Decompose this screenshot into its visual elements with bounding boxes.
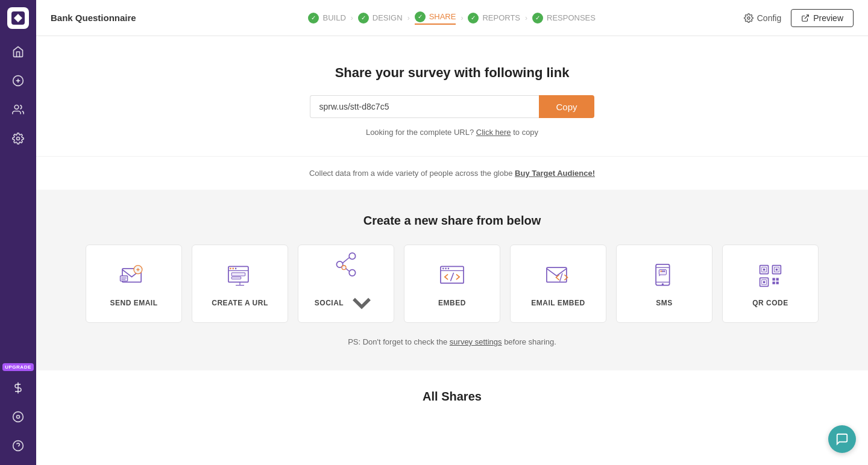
share-card-social[interactable]: SOCIAL [298, 245, 394, 323]
sidebar: UPGRADE [0, 0, 36, 465]
chat-icon [835, 432, 849, 446]
sms-icon [649, 260, 680, 292]
svg-point-11 [747, 17, 750, 19]
svg-point-48 [662, 283, 664, 285]
email-embed-label: EMAIL EMBED [531, 299, 585, 307]
svg-point-20 [230, 268, 231, 270]
svg-point-32 [342, 266, 346, 270]
sms-label: SMS [656, 299, 673, 307]
svg-point-37 [448, 268, 450, 270]
survey-url-input[interactable] [310, 95, 539, 118]
upgrade-badge[interactable]: UPGRADE [2, 363, 34, 371]
svg-rect-15 [120, 276, 127, 281]
copy-url-button[interactable]: Copy [539, 95, 594, 118]
app-logo[interactable] [7, 7, 29, 29]
share-card-send-email[interactable]: SEND EMAIL [86, 245, 182, 323]
preview-label: Preview [813, 13, 843, 23]
svg-point-47 [664, 270, 665, 272]
qr-code-label: QR CODE [752, 299, 788, 307]
step-reports-label: REPORTS [482, 13, 520, 22]
sidebar-item-integrations[interactable] [6, 405, 30, 429]
settings-tip-text: PS: Don't forget to check the [348, 337, 447, 346]
svg-rect-23 [231, 273, 245, 276]
gear-icon [744, 13, 753, 23]
create-url-label: CREATE A URL [212, 299, 268, 307]
sidebar-item-help[interactable] [6, 434, 30, 458]
share-hero-section: Share your survey with following link Co… [36, 36, 868, 156]
svg-point-4 [14, 105, 19, 110]
survey-settings-link[interactable]: survey settings [450, 337, 502, 346]
share-hero-title: Share your survey with following link [51, 65, 854, 81]
step-reports[interactable]: ✓ REPORTS [468, 13, 520, 23]
workflow-steps: ✓ BUILD › ✓ DESIGN › ✓ SHARE › ✓ REPORTS… [160, 11, 744, 25]
step-build-check: ✓ [308, 13, 319, 23]
step-design-check: ✓ [358, 13, 369, 23]
social-icon [330, 249, 362, 280]
svg-rect-63 [772, 282, 775, 284]
step-sep-1: › [351, 14, 353, 22]
step-responses-check: ✓ [532, 13, 543, 23]
external-link-icon [801, 14, 810, 22]
main-content: Bank Questionnaire ✓ BUILD › ✓ DESIGN › … [36, 0, 868, 465]
svg-rect-24 [231, 277, 241, 279]
config-button[interactable]: Config [744, 13, 781, 23]
step-reports-check: ✓ [468, 13, 479, 23]
sidebar-item-users[interactable] [6, 98, 30, 122]
svg-rect-33 [441, 266, 464, 283]
create-url-icon [224, 260, 256, 292]
topnav-actions: Config Preview [744, 9, 854, 27]
svg-point-46 [662, 270, 664, 272]
step-build[interactable]: ✓ BUILD [308, 13, 345, 23]
step-share-check: ✓ [415, 11, 426, 22]
svg-point-45 [661, 270, 662, 272]
share-options-section: Create a new share from below SEND EMAIL [36, 190, 868, 370]
share-card-create-url[interactable]: CREATE A URL [192, 245, 288, 323]
svg-rect-58 [763, 269, 765, 270]
complete-url-hint: Looking for the complete URL? Click here… [51, 128, 854, 137]
buy-audience-link[interactable]: Buy Target Audience! [515, 169, 595, 178]
sidebar-item-billing[interactable] [6, 376, 30, 400]
config-label: Config [757, 13, 781, 23]
svg-rect-59 [776, 269, 778, 270]
svg-rect-39 [547, 267, 567, 282]
svg-point-21 [232, 268, 234, 270]
sidebar-item-add[interactable] [6, 69, 30, 93]
click-here-link[interactable]: Click here [476, 128, 511, 137]
preview-button[interactable]: Preview [791, 9, 854, 27]
share-options-title: Create a new share from below [51, 214, 854, 228]
sidebar-item-settings[interactable] [6, 126, 30, 151]
qr-code-icon [755, 260, 786, 292]
chevron-down-icon [346, 287, 377, 319]
share-card-qr-code[interactable]: QR CODE [722, 245, 819, 323]
svg-line-38 [450, 273, 453, 281]
step-share[interactable]: ✓ SHARE [415, 11, 456, 25]
audience-text: Collect data from a wide variety of peop… [309, 169, 512, 178]
svg-rect-64 [776, 282, 779, 284]
embed-icon [436, 260, 468, 292]
chat-bubble-button[interactable] [828, 425, 856, 453]
svg-rect-60 [763, 281, 765, 283]
survey-title: Bank Questionnaire [51, 13, 136, 23]
step-responses[interactable]: ✓ RESPONSES [532, 13, 596, 23]
share-card-sms[interactable]: SMS [616, 245, 712, 323]
settings-tip-suffix: before sharing. [502, 337, 556, 346]
share-card-email-embed[interactable]: EMAIL EMBED [510, 245, 606, 323]
share-card-embed[interactable]: EMBED [404, 245, 500, 323]
url-copy-row: Copy [51, 95, 854, 118]
svg-point-27 [349, 253, 355, 259]
svg-rect-44 [659, 270, 666, 275]
svg-point-22 [235, 268, 237, 270]
settings-tip: PS: Don't forget to check the survey set… [51, 337, 854, 346]
sidebar-item-home[interactable] [6, 40, 30, 64]
svg-line-12 [805, 14, 808, 18]
svg-line-30 [343, 258, 349, 263]
svg-point-29 [349, 270, 355, 276]
svg-rect-61 [772, 278, 775, 280]
complete-url-text: Looking for the complete URL? [366, 128, 474, 137]
step-sep-2: › [407, 14, 410, 22]
send-email-label: SEND EMAIL [110, 299, 157, 307]
step-design[interactable]: ✓ DESIGN [358, 13, 403, 23]
page-content: Share your survey with following link Co… [36, 36, 868, 465]
share-cards-container: SEND EMAIL CREATE A URL [51, 245, 854, 323]
step-share-label: SHARE [429, 12, 456, 21]
